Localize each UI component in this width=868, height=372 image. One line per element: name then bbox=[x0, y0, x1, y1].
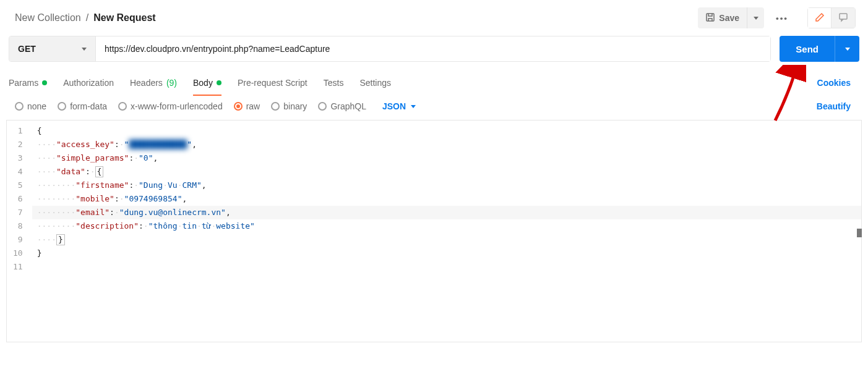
chevron-down-icon bbox=[845, 48, 850, 51]
tab-authorization[interactable]: Authorization bbox=[63, 70, 114, 95]
tab-tests[interactable]: Tests bbox=[324, 70, 344, 95]
radio-icon bbox=[234, 102, 243, 111]
breadcrumb: New Collection / New Request bbox=[15, 12, 698, 23]
radio-urlencoded[interactable]: x-www-form-urlencoded bbox=[118, 101, 223, 111]
save-dropdown[interactable] bbox=[747, 7, 764, 28]
chevron-down-icon bbox=[411, 105, 416, 108]
tab-body[interactable]: Body bbox=[193, 70, 221, 95]
send-button[interactable]: Send bbox=[780, 36, 835, 62]
cookies-link[interactable]: Cookies bbox=[817, 78, 851, 88]
radio-form-data[interactable]: form-data bbox=[58, 101, 107, 111]
beautify-link[interactable]: Beautify bbox=[817, 101, 859, 111]
radio-icon bbox=[58, 102, 66, 111]
radio-binary[interactable]: binary bbox=[271, 101, 307, 111]
code-editor[interactable]: 1234567891011 {····"access_key":·"██████… bbox=[6, 120, 862, 342]
pencil-icon bbox=[815, 12, 825, 24]
send-dropdown[interactable] bbox=[835, 36, 859, 62]
status-dot-icon bbox=[217, 80, 221, 85]
radio-icon bbox=[271, 102, 280, 111]
radio-icon bbox=[15, 102, 24, 111]
chevron-down-icon bbox=[754, 17, 758, 20]
status-dot-icon bbox=[42, 80, 47, 85]
radio-raw[interactable]: raw bbox=[234, 101, 260, 111]
editor-gutter: 1234567891011 bbox=[7, 120, 32, 342]
tab-prerequest[interactable]: Pre-request Script bbox=[238, 70, 307, 95]
save-button[interactable]: Save bbox=[698, 7, 747, 28]
tab-settings[interactable]: Settings bbox=[359, 70, 391, 95]
tab-headers[interactable]: Headers (9) bbox=[130, 70, 177, 95]
chevron-down-icon bbox=[82, 48, 87, 51]
radio-none[interactable]: none bbox=[15, 101, 46, 111]
tab-params[interactable]: Params bbox=[9, 70, 47, 95]
breadcrumb-separator: / bbox=[86, 12, 88, 23]
radio-graphql[interactable]: GraphQL bbox=[318, 101, 366, 111]
editor-code[interactable]: {····"access_key":·"████████████",····"s… bbox=[32, 120, 861, 342]
method-select[interactable]: GET bbox=[9, 36, 96, 61]
svg-rect-1 bbox=[840, 14, 847, 19]
comment-icon bbox=[838, 12, 848, 24]
comments-button[interactable] bbox=[831, 8, 855, 28]
url-input[interactable] bbox=[96, 36, 770, 61]
more-options-button[interactable]: ••• bbox=[771, 7, 793, 28]
breadcrumb-request[interactable]: New Request bbox=[93, 12, 155, 23]
format-select[interactable]: JSON bbox=[382, 101, 416, 111]
radio-icon bbox=[118, 102, 127, 111]
edit-button[interactable] bbox=[808, 8, 831, 28]
save-icon bbox=[705, 12, 715, 24]
radio-icon bbox=[318, 102, 327, 111]
breadcrumb-collection[interactable]: New Collection bbox=[15, 12, 81, 23]
scrollbar-thumb[interactable] bbox=[857, 229, 862, 237]
svg-rect-0 bbox=[707, 14, 714, 21]
